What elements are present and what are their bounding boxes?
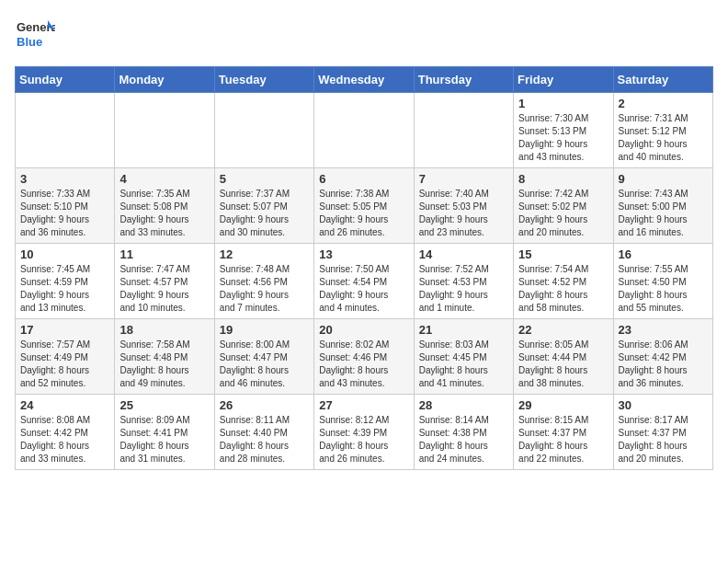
day-info: Sunrise: 7:57 AMSunset: 4:49 PMDaylight:… [20,339,109,390]
calendar-cell: 16Sunrise: 7:55 AMSunset: 4:50 PMDayligh… [613,244,712,319]
day-number: 6 [319,172,408,186]
day-info: Sunrise: 8:15 AMSunset: 4:37 PMDaylight:… [518,414,608,465]
calendar-week-1: 1Sunrise: 7:30 AMSunset: 5:13 PMDaylight… [16,93,713,168]
page-header: General Blue [15,15,713,55]
logo: General Blue [15,15,55,55]
day-number: 27 [319,398,408,412]
day-info: Sunrise: 8:06 AMSunset: 4:42 PMDaylight:… [619,339,708,390]
weekday-header-friday: Friday [514,67,613,93]
calendar-cell: 21Sunrise: 8:03 AMSunset: 4:45 PMDayligh… [414,319,513,395]
weekday-header-sunday: Sunday [16,67,115,93]
day-info: Sunrise: 8:08 AMSunset: 4:42 PMDaylight:… [20,414,109,465]
svg-text:Blue: Blue [17,35,42,49]
day-info: Sunrise: 7:52 AMSunset: 4:53 PMDaylight:… [419,263,508,315]
weekday-header-saturday: Saturday [613,67,712,93]
day-info: Sunrise: 8:05 AMSunset: 4:44 PMDaylight:… [518,339,608,390]
day-number: 22 [518,323,608,337]
day-info: Sunrise: 7:55 AMSunset: 4:50 PMDaylight:… [619,263,708,315]
day-info: Sunrise: 8:11 AMSunset: 4:40 PMDaylight:… [220,414,309,465]
weekday-header-thursday: Thursday [414,67,513,93]
weekday-header-tuesday: Tuesday [214,67,313,93]
day-number: 17 [20,323,109,337]
calendar-cell: 4Sunrise: 7:35 AMSunset: 5:08 PMDaylight… [115,168,214,244]
calendar-cell: 23Sunrise: 8:06 AMSunset: 4:42 PMDayligh… [613,319,712,395]
calendar-cell [214,93,313,168]
logo-icon: General Blue [15,15,55,55]
calendar-cell [115,93,214,168]
day-info: Sunrise: 7:48 AMSunset: 4:56 PMDaylight:… [220,263,309,315]
calendar-cell: 5Sunrise: 7:37 AMSunset: 5:07 PMDaylight… [214,168,313,244]
day-number: 3 [20,172,109,186]
calendar-cell: 8Sunrise: 7:42 AMSunset: 5:02 PMDaylight… [514,168,613,244]
calendar-cell: 28Sunrise: 8:14 AMSunset: 4:38 PMDayligh… [414,395,513,470]
day-number: 2 [619,97,708,110]
calendar-cell: 15Sunrise: 7:54 AMSunset: 4:52 PMDayligh… [514,244,613,319]
day-info: Sunrise: 8:02 AMSunset: 4:46 PMDaylight:… [319,339,408,390]
calendar-cell: 11Sunrise: 7:47 AMSunset: 4:57 PMDayligh… [115,244,214,319]
calendar-cell: 3Sunrise: 7:33 AMSunset: 5:10 PMDaylight… [16,168,115,244]
day-number: 14 [419,247,508,261]
day-number: 4 [119,172,209,186]
day-number: 12 [220,247,309,261]
calendar-cell: 22Sunrise: 8:05 AMSunset: 4:44 PMDayligh… [514,319,613,395]
day-number: 28 [419,398,508,412]
calendar-cell: 2Sunrise: 7:31 AMSunset: 5:12 PMDaylight… [613,93,712,168]
calendar-cell [414,93,513,168]
day-number: 24 [20,398,109,412]
calendar-cell: 29Sunrise: 8:15 AMSunset: 4:37 PMDayligh… [514,395,613,470]
calendar-cell: 9Sunrise: 7:43 AMSunset: 5:00 PMDaylight… [613,168,712,244]
day-number: 23 [619,323,708,337]
day-number: 26 [220,398,309,412]
day-info: Sunrise: 7:38 AMSunset: 5:05 PMDaylight:… [319,188,408,239]
calendar-cell: 19Sunrise: 8:00 AMSunset: 4:47 PMDayligh… [214,319,313,395]
weekday-header-monday: Monday [115,67,214,93]
calendar-cell: 24Sunrise: 8:08 AMSunset: 4:42 PMDayligh… [16,395,115,470]
day-number: 7 [419,172,508,186]
day-info: Sunrise: 7:37 AMSunset: 5:07 PMDaylight:… [220,188,309,239]
calendar-week-4: 17Sunrise: 7:57 AMSunset: 4:49 PMDayligh… [16,319,713,395]
calendar-cell: 13Sunrise: 7:50 AMSunset: 4:54 PMDayligh… [314,244,414,319]
calendar-cell: 6Sunrise: 7:38 AMSunset: 5:05 PMDaylight… [314,168,414,244]
calendar-cell: 10Sunrise: 7:45 AMSunset: 4:59 PMDayligh… [16,244,115,319]
day-info: Sunrise: 7:40 AMSunset: 5:03 PMDaylight:… [419,188,508,239]
calendar-cell: 18Sunrise: 7:58 AMSunset: 4:48 PMDayligh… [115,319,214,395]
day-info: Sunrise: 8:14 AMSunset: 4:38 PMDaylight:… [419,414,508,465]
weekday-header-wednesday: Wednesday [314,67,414,93]
day-info: Sunrise: 7:35 AMSunset: 5:08 PMDaylight:… [119,188,209,239]
day-info: Sunrise: 7:31 AMSunset: 5:12 PMDaylight:… [619,112,708,164]
day-number: 13 [319,247,408,261]
day-number: 30 [619,398,708,412]
day-number: 9 [619,172,708,186]
calendar-cell: 20Sunrise: 8:02 AMSunset: 4:46 PMDayligh… [314,319,414,395]
calendar-header: SundayMondayTuesdayWednesdayThursdayFrid… [16,67,713,93]
calendar-cell: 25Sunrise: 8:09 AMSunset: 4:41 PMDayligh… [115,395,214,470]
day-number: 11 [119,247,209,261]
day-number: 18 [119,323,209,337]
calendar-cell: 12Sunrise: 7:48 AMSunset: 4:56 PMDayligh… [214,244,313,319]
calendar-cell: 27Sunrise: 8:12 AMSunset: 4:39 PMDayligh… [314,395,414,470]
calendar-cell: 7Sunrise: 7:40 AMSunset: 5:03 PMDaylight… [414,168,513,244]
header-row: SundayMondayTuesdayWednesdayThursdayFrid… [16,67,713,93]
calendar-cell [16,93,115,168]
day-info: Sunrise: 8:00 AMSunset: 4:47 PMDaylight:… [220,339,309,390]
day-info: Sunrise: 7:43 AMSunset: 5:00 PMDaylight:… [619,188,708,239]
day-info: Sunrise: 7:42 AMSunset: 5:02 PMDaylight:… [518,188,608,239]
day-number: 29 [518,398,608,412]
calendar-cell: 14Sunrise: 7:52 AMSunset: 4:53 PMDayligh… [414,244,513,319]
calendar-cell: 17Sunrise: 7:57 AMSunset: 4:49 PMDayligh… [16,319,115,395]
day-info: Sunrise: 7:30 AMSunset: 5:13 PMDaylight:… [518,112,608,164]
day-number: 10 [20,247,109,261]
day-number: 16 [619,247,708,261]
day-number: 5 [220,172,309,186]
calendar-week-3: 10Sunrise: 7:45 AMSunset: 4:59 PMDayligh… [16,244,713,319]
day-info: Sunrise: 7:58 AMSunset: 4:48 PMDaylight:… [119,339,209,390]
day-info: Sunrise: 8:17 AMSunset: 4:37 PMDaylight:… [619,414,708,465]
calendar-cell: 1Sunrise: 7:30 AMSunset: 5:13 PMDaylight… [514,93,613,168]
calendar-cell: 26Sunrise: 8:11 AMSunset: 4:40 PMDayligh… [214,395,313,470]
day-info: Sunrise: 7:45 AMSunset: 4:59 PMDaylight:… [20,263,109,315]
day-info: Sunrise: 7:47 AMSunset: 4:57 PMDaylight:… [119,263,209,315]
calendar-cell: 30Sunrise: 8:17 AMSunset: 4:37 PMDayligh… [613,395,712,470]
calendar-week-2: 3Sunrise: 7:33 AMSunset: 5:10 PMDaylight… [16,168,713,244]
day-info: Sunrise: 8:03 AMSunset: 4:45 PMDaylight:… [419,339,508,390]
day-number: 19 [220,323,309,337]
